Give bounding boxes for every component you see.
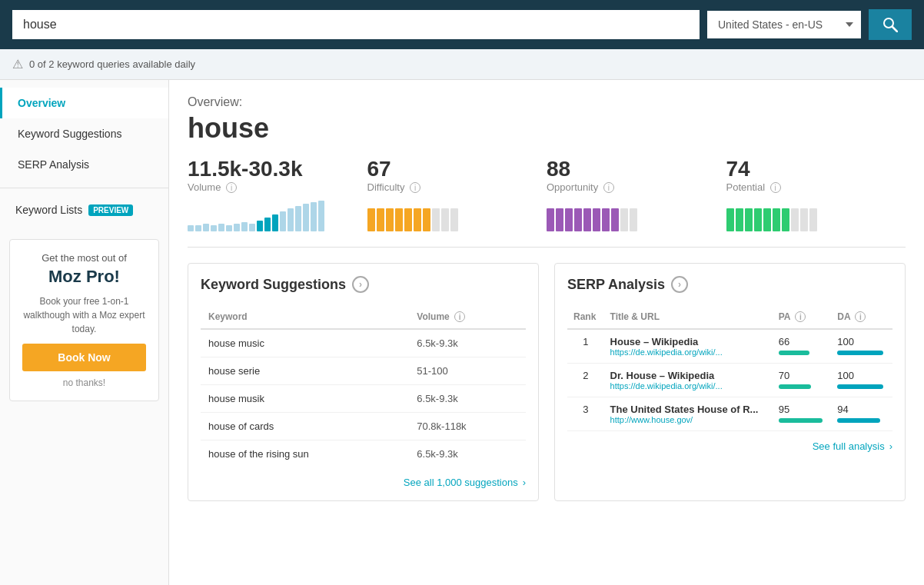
bar [556,208,563,231]
serp-title-url: Dr. House – Wikipedia https://de.wikiped… [604,364,773,397]
sidebar-item-overview[interactable]: Overview [0,88,168,118]
see-all-link[interactable]: See all 1,000 suggestions › [201,467,526,488]
kw-keyword[interactable]: house serie [201,357,409,385]
opportunity-info-icon[interactable]: i [603,182,614,193]
promo-intro: Get the most out of [22,252,146,264]
volume-col-info-icon[interactable]: i [454,311,465,322]
warning-text: 0 of 2 keyword queries available daily [29,58,195,70]
bar [620,208,628,231]
bar [377,208,384,231]
difficulty-info-icon[interactable]: i [410,182,420,193]
see-full-link[interactable]: See full analysis › [567,431,892,452]
bar [318,201,324,231]
bar [547,208,554,231]
keyword-suggestions-panel: Keyword Suggestions › Keyword Volume i [188,263,539,501]
stat-opportunity: 88 Opportunity i [547,157,726,231]
serp-da: 100 [831,364,892,397]
difficulty-value: 67 [367,157,532,181]
col-keyword: Keyword [201,305,409,329]
bar [234,224,240,231]
table-row: house of cards 70.8k-118k [201,413,526,440]
table-row: house musik 6.5k-9.3k [201,385,526,413]
kw-keyword[interactable]: house of the rising sun [201,440,409,468]
sidebar-nav: Overview Keyword Suggestions SERP Analys… [0,88,168,180]
opportunity-bar-chart [547,201,711,231]
bar [295,206,301,231]
kw-keyword[interactable]: house of cards [201,413,409,440]
book-now-button[interactable]: Book Now [22,344,146,371]
bar [726,208,734,231]
no-thanks-link[interactable]: no thanks! [22,377,146,388]
promo-box: Get the most out of Moz Pro! Book your f… [9,239,159,401]
opportunity-value: 88 [547,157,711,181]
search-input[interactable] [12,10,700,39]
pa-info-icon[interactable]: i [795,311,806,322]
da-bar [837,418,880,423]
keyword-suggestions-arrow[interactable]: › [352,276,369,293]
bar [809,208,817,231]
sidebar-keyword-lists[interactable]: Keyword Lists PREVIEW [0,196,168,224]
volume-info-icon[interactable]: i [226,182,237,193]
bar [773,208,780,231]
locale-select[interactable]: United States - en-US United Kingdom - e… [707,11,861,38]
bar [432,208,440,231]
see-full-icon: › [889,440,892,452]
table-row: house music 6.5k-9.3k [201,329,526,357]
da-bar [837,384,883,389]
bar [280,211,286,231]
bar [441,208,449,231]
bar [226,225,232,231]
difficulty-bar-chart [367,201,532,231]
volume-bar-chart [188,201,352,231]
pa-bar [779,418,823,423]
potential-value: 74 [726,157,891,181]
search-button[interactable] [869,9,912,40]
col-rank: Rank [567,305,604,329]
serp-rank: 3 [567,397,604,431]
kw-keyword[interactable]: house music [201,329,409,357]
serp-da: 94 [831,397,892,431]
bar [611,208,619,231]
bar [211,225,217,231]
sidebar-item-keyword-suggestions[interactable]: Keyword Suggestions [0,118,168,149]
overview-keyword: house [188,112,906,145]
serp-pa: 95 [773,397,832,431]
bar [763,208,771,231]
sidebar-item-serp-analysis[interactable]: SERP Analysis [0,149,168,180]
serp-pa: 70 [773,364,832,397]
bar [195,225,201,231]
bar [188,225,194,231]
kw-volume: 6.5k-9.3k [409,440,526,468]
table-row: 3 The United States House of R... http:/… [567,397,892,431]
bar [450,208,458,231]
serp-title-url: House – Wikipedia https://de.wikipedia.o… [604,329,773,364]
sidebar-divider [0,188,168,188]
volume-value: 11.5k-30.3k [188,157,352,181]
search-icon [882,17,898,32]
serp-analysis-arrow[interactable]: › [671,276,688,293]
bar [264,218,271,231]
bar [583,208,591,231]
stat-difficulty: 67 Difficulty i [367,157,547,231]
bar [423,208,430,231]
col-pa: PA i [773,305,832,329]
bar [367,208,375,231]
bar [272,214,278,231]
keyword-lists-label: Keyword Lists [15,204,82,216]
da-info-icon[interactable]: i [855,311,866,322]
kw-keyword[interactable]: house musik [201,385,409,413]
potential-bar-chart [726,201,891,231]
bar [303,204,309,231]
stat-potential: 74 Potential i [726,157,906,231]
bar [745,208,753,231]
header: United States - en-US United Kingdom - e… [0,0,924,49]
bar [800,208,808,231]
bar [736,208,743,231]
keyword-suggestions-table: Keyword Volume i house music 6.5k-9.3k h… [201,305,526,467]
potential-info-icon[interactable]: i [770,182,781,193]
promo-brand: Moz Pro! [22,267,146,287]
warning-icon: ⚠ [12,57,23,71]
bottom-panels: Keyword Suggestions › Keyword Volume i [188,263,906,501]
da-bar [837,351,883,355]
col-volume: Volume i [409,305,526,329]
